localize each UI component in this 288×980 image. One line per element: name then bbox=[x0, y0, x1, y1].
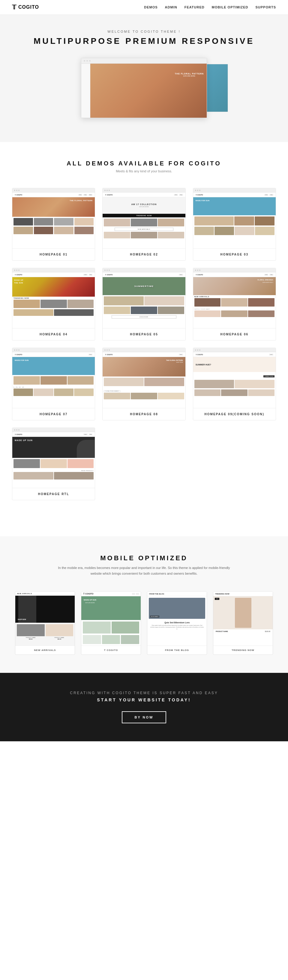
demo-preview-hp01: 𝕋 COGITOmenushopabout THE FLORAL PATTERN bbox=[12, 188, 95, 248]
mobile-section: MOBILE OPTIMIZED In the mobile era, mobi… bbox=[0, 536, 288, 673]
mobile-title: MOBILE OPTIMIZED bbox=[12, 554, 276, 562]
nav-mobile-optimized[interactable]: MOBILE OPTIMIZED bbox=[212, 5, 248, 9]
demo-grid-row1: 𝕋 COGITOmenushopabout THE FLORAL PATTERN bbox=[12, 188, 276, 261]
logo-icon: 𝕋 bbox=[12, 3, 16, 11]
nav-admin[interactable]: ADMIN bbox=[165, 5, 177, 9]
demo-card-hp01[interactable]: 𝕋 COGITOmenushopabout THE FLORAL PATTERN bbox=[12, 188, 95, 261]
demo-label-hp06: HOMEPAGE 06 bbox=[193, 328, 276, 340]
demo-card-hp04[interactable]: 𝕋 COGITOmenushop SOAK UPTHE SUN TRENDING… bbox=[12, 268, 95, 340]
demo-label-hp07: HOMEPAGE 07 bbox=[12, 408, 95, 420]
mobile-preview-blog: FROM THE BLOG BLOG IMAGE Quis Sed Bibend… bbox=[147, 592, 207, 646]
footer-cta-line1: CREATING WITH COGITO THEME IS SUPER FAST… bbox=[12, 691, 276, 695]
demo-label-hprtl: HOMEPAGE RTL bbox=[12, 488, 95, 500]
nav-supports[interactable]: SUPPORTS bbox=[255, 5, 276, 9]
nav-featured[interactable]: FEATURED bbox=[185, 5, 204, 9]
mobile-label-new-arrivals: NEW ARRIVALS bbox=[15, 646, 75, 654]
mobile-label-cogito: T COGITO bbox=[81, 646, 141, 654]
footer-cta-line2: START YOUR WEBSITE TODAY! bbox=[12, 697, 276, 702]
demo-preview-hp08: 𝕋 COGITOmenu THE FLORAL PATTERNSHOP NOW … bbox=[103, 348, 185, 408]
demo-label-hp05: HOMEPAGE 05 bbox=[103, 328, 185, 340]
mobile-label-blog: FROM THE BLOG bbox=[147, 646, 207, 654]
demo-card-hprtl[interactable]: 𝕋 COGITOmenushop MADE UP SUN NEW PRODUCT bbox=[12, 428, 95, 500]
demo-card-hp05[interactable]: 𝕋 COGITOmenu SUMMERTIME DISCOVER bbox=[102, 268, 185, 340]
hero-mockup: THE FLORAL PATTERNEXPLORE MORE NEW bbox=[54, 58, 234, 124]
footer-cta: CREATING WITH COGITO THEME IS SUPER FAST… bbox=[0, 673, 288, 741]
demo-grid-row3: 𝕋 COGITOmenu MADE FOR SUN 5, 25, 56, 43. bbox=[12, 348, 276, 420]
mockup-overlay-text: THE FLORAL PATTERNEXPLORE MORE bbox=[175, 73, 204, 77]
mobile-label-trending: TRENDING NOW bbox=[213, 646, 273, 654]
mobile-screen-cogito[interactable]: 𝕋 COGITO MADE UP SUNEXPLORE MORE bbox=[81, 591, 141, 655]
demo-card-hp03[interactable]: 𝕋 COGITOmenushop MADE FOR SUN bbox=[193, 188, 276, 261]
demo-preview-hprtl: 𝕋 COGITOmenushop MADE UP SUN NEW PRODUCT bbox=[12, 428, 95, 488]
demos-title: ALL DEMOS AVAILABLE FOR COGITO bbox=[12, 160, 276, 167]
demo-preview-hp06: 𝕋 COGITOmenushop FLORAL DRESSESNEW ARRIV… bbox=[193, 268, 276, 328]
mobile-preview-trending: TRENDING NOW NEW PRODUCT NAME $120.00 bbox=[213, 592, 273, 646]
mobile-preview-new-arrivals: NEW ARRIVALS SHOP NOW PRODUCT NAME $28.0… bbox=[15, 592, 75, 646]
blog-body: Class aptent taciti sociosqu ad litora t… bbox=[150, 625, 204, 630]
mobile-preview-cogito: 𝕋 COGITO MADE UP SUNEXPLORE MORE bbox=[81, 592, 141, 646]
nav-demos[interactable]: DEMOS bbox=[144, 5, 158, 9]
demo-label-hp08: HOMEPAGE 08 bbox=[103, 408, 185, 420]
mobile-screens: NEW ARRIVALS SHOP NOW PRODUCT NAME $28.0… bbox=[12, 591, 276, 655]
blog-heading: Quis Sed Bibendum Lora bbox=[150, 622, 204, 624]
demo-preview-hp07: 𝕋 COGITOmenu MADE FOR SUN 5, 25, 56, 43. bbox=[12, 348, 95, 408]
demos-section: ALL DEMOS AVAILABLE FOR COGITO Meets & f… bbox=[0, 142, 288, 536]
demo-preview-hp09: 𝕋 COGITOmenu SUMMER HUE? COMING SOON bbox=[193, 348, 276, 408]
mockup-main: THE FLORAL PATTERNEXPLORE MORE bbox=[81, 58, 207, 118]
demo-preview-hp04: 𝕋 COGITOmenushop SOAK UPTHE SUN TRENDING… bbox=[12, 268, 95, 328]
header: 𝕋 COGITO DEMOS ADMIN FEATURED MOBILE OPT… bbox=[0, 0, 288, 15]
hero-title: MULTIPURPOSE PREMIUM RESPONSIVE bbox=[12, 36, 276, 46]
mobile-screen-new-arrivals[interactable]: NEW ARRIVALS SHOP NOW PRODUCT NAME $28.0… bbox=[15, 591, 75, 655]
demo-card-hp09[interactable]: 𝕋 COGITOmenu SUMMER HUE? COMING SOON bbox=[193, 348, 276, 420]
logo[interactable]: 𝕋 COGITO bbox=[12, 3, 39, 11]
demo-label-hp04: HOMEPAGE 04 bbox=[12, 328, 95, 340]
demo-card-hp02[interactable]: 𝕋 COGITOmenushop AW 17 COLLECTION EXPLOR… bbox=[102, 188, 185, 261]
mobile-screen-trending[interactable]: TRENDING NOW NEW PRODUCT NAME $120.00 TR… bbox=[213, 591, 273, 655]
demo-grid-row4: 𝕋 COGITOmenushop MADE UP SUN NEW PRODUCT bbox=[12, 428, 276, 500]
logo-text: COGITO bbox=[18, 5, 39, 10]
demo-label-hp03: HOMEPAGE 03 bbox=[193, 248, 276, 260]
demo-card-hp08[interactable]: 𝕋 COGITOmenu THE FLORAL PATTERNSHOP NOW … bbox=[102, 348, 185, 420]
mobile-desc: In the mobile era, mobiles becomes more … bbox=[54, 565, 234, 576]
demo-preview-hp05: 𝕋 COGITOmenu SUMMERTIME DISCOVER bbox=[103, 268, 185, 328]
demo-preview-hp02: 𝕋 COGITOmenushop AW 17 COLLECTION EXPLOR… bbox=[103, 188, 185, 248]
demos-subtitle: Meets & fits any kind of your business. bbox=[12, 169, 276, 173]
demo-label-hp01: HOMEPAGE 01 bbox=[12, 248, 95, 260]
demo-label-hp09: HOMEPAGE 09(COMING SOON) bbox=[193, 408, 276, 420]
demo-card-hp06[interactable]: 𝕋 COGITOmenushop FLORAL DRESSESNEW ARRIV… bbox=[193, 268, 276, 340]
footer-cta-button[interactable]: BY NOW bbox=[122, 711, 166, 723]
main-nav: DEMOS ADMIN FEATURED MOBILE OPTIMIZED SU… bbox=[144, 5, 276, 9]
demo-card-hp07[interactable]: 𝕋 COGITOmenu MADE FOR SUN 5, 25, 56, 43. bbox=[12, 348, 95, 420]
demo-preview-hp03: 𝕋 COGITOmenushop MADE FOR SUN bbox=[193, 188, 276, 248]
hero-section: WELCOME TO COGITO THEME ! MULTIPURPOSE P… bbox=[0, 15, 288, 142]
mobile-screen-blog[interactable]: FROM THE BLOG BLOG IMAGE Quis Sed Bibend… bbox=[147, 591, 207, 655]
demo-label-hp02: HOMEPAGE 02 bbox=[103, 248, 185, 260]
hero-subtitle: WELCOME TO COGITO THEME ! bbox=[12, 30, 276, 33]
demo-grid-row2: 𝕋 COGITOmenushop SOAK UPTHE SUN TRENDING… bbox=[12, 268, 276, 340]
